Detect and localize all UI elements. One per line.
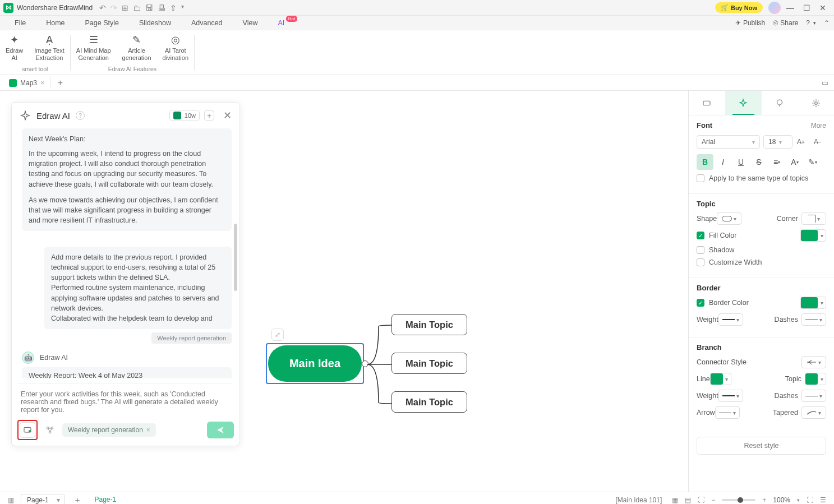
page-select[interactable]: Page-1 bbox=[21, 494, 65, 505]
add-tokens-button[interactable]: + bbox=[204, 110, 214, 121]
fullscreen-icon[interactable]: ⛶ bbox=[803, 496, 817, 504]
collapse-ribbon-icon[interactable]: ⌃ bbox=[824, 19, 830, 27]
view-mode-1-icon[interactable]: ▦ bbox=[669, 496, 681, 504]
scrollbar-thumb[interactable] bbox=[234, 224, 237, 291]
topic-node-3[interactable]: Main Topic bbox=[391, 391, 467, 413]
highlight-button[interactable]: ✎▾ bbox=[804, 154, 821, 170]
font-size-select[interactable]: 18▾ bbox=[763, 135, 792, 149]
panel-tab-style[interactable] bbox=[725, 91, 762, 115]
apply-same-type-checkbox[interactable] bbox=[697, 174, 704, 182]
export-icon[interactable]: ⇪ bbox=[170, 3, 177, 12]
page-tab[interactable]: Page-1 bbox=[86, 492, 124, 505]
branch-weight-select[interactable]: ▾ bbox=[718, 390, 743, 402]
help-button[interactable]: ?▾ bbox=[806, 19, 816, 27]
tool-ai-tarot[interactable]: ◎ AI Tarotdivination bbox=[157, 33, 194, 62]
menu-file[interactable]: File bbox=[4, 17, 36, 29]
panel-tab-topic[interactable] bbox=[689, 91, 725, 115]
panel-tab-settings[interactable] bbox=[798, 91, 834, 115]
ai-prompt-input[interactable] bbox=[19, 387, 233, 414]
share-button[interactable]: ⧀Share bbox=[773, 19, 798, 27]
canvas[interactable]: Edraw AI ? 10w + ✕ Next Week's Plan: In … bbox=[0, 91, 688, 492]
new-tab-button[interactable]: + bbox=[51, 78, 70, 88]
bold-button[interactable]: B bbox=[697, 154, 713, 170]
customize-width-checkbox[interactable] bbox=[697, 258, 704, 266]
font-decrease-button[interactable]: A− bbox=[809, 134, 826, 150]
undo-icon[interactable]: ↶ bbox=[99, 3, 106, 12]
menu-view[interactable]: View bbox=[233, 17, 268, 29]
node-action-icon[interactable]: ⤢ bbox=[271, 329, 284, 341]
zoom-slider[interactable] bbox=[722, 499, 755, 501]
tool-edraw-ai[interactable]: ✦ EdrawAI bbox=[0, 33, 29, 62]
expand-panel-icon[interactable]: ▭ bbox=[816, 78, 834, 87]
border-dashes-select[interactable]: ▾ bbox=[801, 313, 826, 326]
connector-style-select[interactable]: ▾ bbox=[801, 356, 826, 368]
branch-arrow-select[interactable]: ▾ bbox=[715, 406, 740, 419]
branch-line-color[interactable]: ▾ bbox=[710, 373, 731, 385]
font-increase-button[interactable]: A+ bbox=[792, 134, 809, 150]
view-mode-2-icon[interactable]: ▤ bbox=[681, 496, 694, 504]
tool-article-generation[interactable]: ✎ Articlegeneration bbox=[117, 33, 157, 62]
help-icon[interactable]: ? bbox=[76, 111, 85, 120]
corner-select[interactable]: ▾ bbox=[801, 212, 826, 225]
close-tab-icon[interactable]: × bbox=[40, 78, 45, 87]
menu-advanced[interactable]: Advanced bbox=[181, 17, 233, 29]
ai-message-list[interactable]: Next Week's Plan: In the upcoming week, … bbox=[12, 128, 239, 378]
print-icon[interactable]: 🖶 bbox=[158, 3, 165, 12]
new-icon[interactable]: ⊞ bbox=[122, 3, 128, 12]
qat-more-icon[interactable]: ▾ bbox=[181, 3, 184, 12]
zoom-dropdown-icon[interactable]: ▾ bbox=[794, 497, 803, 503]
tool-ai-mindmap[interactable]: ☰ AI Mind MapGeneration bbox=[71, 33, 117, 62]
tool-image-text-extraction[interactable]: Ạ Image TextExtraction bbox=[29, 33, 70, 62]
topic-node-2[interactable]: Main Topic bbox=[391, 353, 467, 374]
fit-view-icon[interactable]: ⛶ bbox=[694, 496, 708, 504]
main-idea-node[interactable]: Main Idea bbox=[268, 345, 362, 382]
menu-ai[interactable]: AI Hot bbox=[268, 17, 294, 29]
buy-now-button[interactable]: 🛒 Buy Now bbox=[715, 2, 763, 13]
border-weight-select[interactable]: ▾ bbox=[718, 313, 743, 326]
font-family-select[interactable]: Arial▾ bbox=[697, 135, 760, 149]
continuous-dialog-button[interactable] bbox=[20, 422, 35, 438]
add-page-button[interactable]: + bbox=[68, 495, 87, 504]
close-window-icon[interactable]: ✕ bbox=[819, 3, 826, 12]
align-button[interactable]: ≡▾ bbox=[768, 154, 785, 170]
zoom-in-button[interactable]: + bbox=[759, 496, 770, 504]
save-icon[interactable]: 🖫 bbox=[145, 3, 153, 12]
close-ai-panel-icon[interactable]: ✕ bbox=[223, 109, 232, 122]
branch-topic-color[interactable]: ▾ bbox=[805, 373, 826, 385]
token-count-chip[interactable]: 10w bbox=[169, 110, 200, 121]
minimize-icon[interactable]: — bbox=[786, 3, 794, 12]
document-tab[interactable]: Map3 × bbox=[3, 76, 51, 89]
open-icon[interactable]: 🗀 bbox=[133, 3, 141, 12]
user-avatar[interactable] bbox=[768, 2, 781, 14]
menu-page-style[interactable]: Page Style bbox=[75, 17, 129, 29]
branch-tapered-select[interactable]: ▾ bbox=[801, 406, 826, 419]
zoom-out-button[interactable]: − bbox=[708, 496, 718, 504]
menu-home[interactable]: Home bbox=[36, 17, 75, 29]
shadow-checkbox[interactable] bbox=[697, 246, 704, 254]
border-color-picker[interactable]: ▾ bbox=[800, 297, 826, 309]
redo-icon[interactable]: ↷ bbox=[110, 3, 117, 12]
settings-mode-button[interactable] bbox=[42, 422, 58, 438]
maximize-icon[interactable]: ☐ bbox=[803, 3, 810, 12]
border-color-checkbox[interactable]: ✓ bbox=[697, 299, 704, 307]
italic-button[interactable]: I bbox=[715, 154, 731, 170]
ai-message-plan: Next Week's Plan: In the upcoming week, … bbox=[22, 128, 232, 231]
topic-node-1[interactable]: Main Topic bbox=[391, 314, 467, 335]
fill-color-checkbox[interactable]: ✓ bbox=[697, 232, 704, 239]
outline-toggle-icon[interactable]: ▥ bbox=[4, 496, 17, 504]
clear-mode-icon[interactable]: × bbox=[146, 426, 150, 434]
panel-tab-icon[interactable] bbox=[762, 91, 798, 115]
font-more-link[interactable]: More bbox=[811, 122, 826, 130]
underline-button[interactable]: U bbox=[732, 154, 749, 170]
connector-handle[interactable] bbox=[362, 360, 368, 367]
strikethrough-button[interactable]: S bbox=[750, 154, 767, 170]
font-color-button[interactable]: A▾ bbox=[786, 154, 803, 170]
fill-color-picker[interactable]: ▾ bbox=[800, 229, 826, 242]
shape-select[interactable]: ▾ bbox=[717, 212, 741, 225]
send-button[interactable] bbox=[207, 422, 234, 438]
menu-slideshow[interactable]: Slideshow bbox=[129, 17, 181, 29]
panel-toggle-icon[interactable]: ☰ bbox=[817, 496, 830, 504]
branch-dashes-select[interactable]: ▾ bbox=[801, 390, 826, 402]
publish-button[interactable]: ✈Publish bbox=[735, 19, 765, 27]
reset-style-button[interactable]: Reset style bbox=[697, 437, 826, 455]
